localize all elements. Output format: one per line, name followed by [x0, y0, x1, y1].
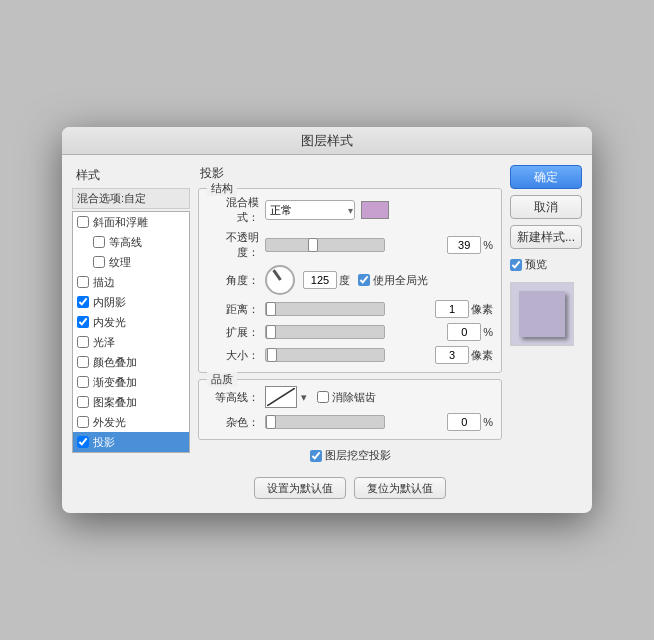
spread-unit: %	[483, 326, 493, 338]
style-item-texture[interactable]: 纹理	[73, 252, 189, 272]
spread-slider[interactable]	[265, 325, 385, 339]
size-row: 大小： 像素	[207, 346, 493, 364]
size-input[interactable]	[435, 346, 469, 364]
blend-mode-label: 混合模式：	[207, 195, 265, 225]
style-checkbox-pattern-overlay[interactable]	[77, 396, 89, 408]
distance-label: 距离：	[207, 302, 265, 317]
style-checkbox-bevel[interactable]	[77, 216, 89, 228]
distance-input[interactable]	[435, 300, 469, 318]
style-item-bevel[interactable]: 斜面和浮雕	[73, 212, 189, 232]
mix-option-title[interactable]: 混合选项:自定	[72, 188, 190, 209]
style-list: 斜面和浮雕 等高线 纹理 描边 内阴影	[72, 211, 190, 453]
size-slider[interactable]	[265, 348, 385, 362]
structure-section: 结构 混合模式： 正常 正片叠底 溶解 ▾	[198, 188, 502, 373]
style-item-gradient-overlay[interactable]: 渐变叠加	[73, 372, 189, 392]
preview-box	[510, 282, 574, 346]
layer-style-dialog: 图层样式 样式 混合选项:自定 斜面和浮雕 等高线 纹理	[62, 127, 592, 513]
style-checkbox-outer-glow[interactable]	[77, 416, 89, 428]
opacity-slider[interactable]	[265, 238, 385, 252]
style-checkbox-drop-shadow[interactable]	[77, 436, 89, 448]
global-light-checkbox[interactable]	[358, 274, 370, 286]
dialog-body: 样式 混合选项:自定 斜面和浮雕 等高线 纹理 描边	[62, 155, 592, 513]
distance-slider[interactable]	[265, 302, 385, 316]
distance-unit: 像素	[471, 302, 493, 317]
noise-input[interactable]	[447, 413, 481, 431]
style-item-contour[interactable]: 等高线	[73, 232, 189, 252]
spread-label: 扩展：	[207, 325, 265, 340]
blend-mode-select[interactable]: 正常 正片叠底 溶解	[265, 200, 355, 220]
angle-dial[interactable]	[265, 265, 295, 295]
styles-title: 样式	[72, 165, 190, 188]
shadow-section-title: 投影	[198, 165, 502, 182]
style-checkbox-inner-shadow[interactable]	[77, 296, 89, 308]
opacity-slider-wrap	[265, 238, 443, 252]
quality-section: 品质 等高线： ▾ 消除锯齿	[198, 379, 502, 440]
noise-label: 杂色：	[207, 415, 265, 430]
style-checkbox-color-overlay[interactable]	[77, 356, 89, 368]
quality-label: 品质	[207, 372, 237, 387]
angle-label: 角度：	[207, 273, 265, 288]
blend-mode-row: 混合模式： 正常 正片叠底 溶解 ▾	[207, 195, 493, 225]
ok-button[interactable]: 确定	[510, 165, 582, 189]
contour-dropdown-icon: ▾	[301, 391, 307, 404]
opacity-unit: %	[483, 239, 493, 251]
dialog-title: 图层样式	[301, 132, 353, 150]
distance-row: 距离： 像素	[207, 300, 493, 318]
size-unit: 像素	[471, 348, 493, 363]
angle-input[interactable]	[303, 271, 337, 289]
reset-default-button[interactable]: 复位为默认值	[354, 477, 446, 499]
preview-inner	[519, 291, 565, 337]
spread-slider-wrap	[265, 325, 443, 339]
size-slider-wrap	[265, 348, 431, 362]
style-item-drop-shadow[interactable]: 投影	[73, 432, 189, 452]
titlebar: 图层样式	[62, 127, 592, 155]
style-checkbox-stroke[interactable]	[77, 276, 89, 288]
contour-preview[interactable]	[265, 386, 297, 408]
style-checkbox-gradient-overlay[interactable]	[77, 376, 89, 388]
style-item-outer-glow[interactable]: 外发光	[73, 412, 189, 432]
angle-unit: 度	[339, 273, 350, 288]
preview-label[interactable]: 预览	[510, 257, 582, 272]
new-style-button[interactable]: 新建样式...	[510, 225, 582, 249]
center-content: 投影 结构 混合模式： 正常 正片叠底 溶解 ▾	[198, 165, 502, 503]
noise-unit: %	[483, 416, 493, 428]
style-item-inner-shadow[interactable]: 内阴影	[73, 292, 189, 312]
style-item-satin[interactable]: 光泽	[73, 332, 189, 352]
layer-knockout-checkbox[interactable]	[310, 450, 322, 462]
antialias-checkbox[interactable]	[317, 391, 329, 403]
blend-color-swatch[interactable]	[361, 201, 389, 219]
style-checkbox-texture[interactable]	[93, 256, 105, 268]
style-item-color-overlay[interactable]: 颜色叠加	[73, 352, 189, 372]
noise-row: 杂色： %	[207, 413, 493, 431]
distance-slider-wrap	[265, 302, 431, 316]
opacity-input[interactable]	[447, 236, 481, 254]
style-item-stroke[interactable]: 描边	[73, 272, 189, 292]
set-default-button[interactable]: 设置为默认值	[254, 477, 346, 499]
contour-row: 等高线： ▾ 消除锯齿	[207, 386, 493, 408]
cancel-button[interactable]: 取消	[510, 195, 582, 219]
blend-mode-select-wrap: 正常 正片叠底 溶解 ▾	[265, 200, 355, 220]
style-checkbox-inner-glow[interactable]	[77, 316, 89, 328]
style-item-inner-glow[interactable]: 内发光	[73, 312, 189, 332]
contour-label: 等高线：	[207, 390, 265, 405]
global-light-label[interactable]: 使用全局光	[358, 273, 428, 288]
style-checkbox-contour[interactable]	[93, 236, 105, 248]
opacity-label: 不透明度：	[207, 230, 265, 260]
spread-input[interactable]	[447, 323, 481, 341]
layer-knockout-label[interactable]: 图层挖空投影	[310, 448, 391, 463]
noise-slider[interactable]	[265, 415, 385, 429]
style-item-pattern-overlay[interactable]: 图案叠加	[73, 392, 189, 412]
preview-checkbox[interactable]	[510, 259, 522, 271]
layer-knockout-row: 图层挖空投影	[198, 448, 502, 463]
opacity-row: 不透明度： %	[207, 230, 493, 260]
angle-dial-indicator	[272, 269, 281, 281]
style-checkbox-satin[interactable]	[77, 336, 89, 348]
structure-label: 结构	[207, 181, 237, 196]
left-panel: 样式 混合选项:自定 斜面和浮雕 等高线 纹理 描边	[72, 165, 190, 503]
right-buttons: 确定 取消 新建样式... 预览	[510, 165, 582, 503]
spread-row: 扩展： %	[207, 323, 493, 341]
bottom-buttons: 设置为默认值 复位为默认值	[198, 477, 502, 503]
antialias-label[interactable]: 消除锯齿	[317, 390, 376, 405]
contour-preview-icon	[267, 388, 295, 406]
size-label: 大小：	[207, 348, 265, 363]
